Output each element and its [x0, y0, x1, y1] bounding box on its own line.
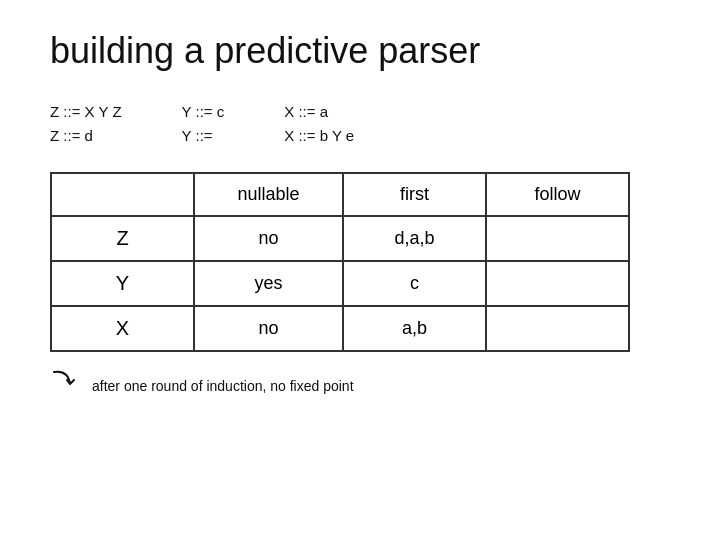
grammar-col-3: X ::= a X ::= b Y e — [284, 100, 354, 148]
nullable-X: no — [194, 306, 343, 351]
header-follow: follow — [486, 173, 629, 216]
follow-X — [486, 306, 629, 351]
nullable-Y: yes — [194, 261, 343, 306]
footnote-text: after one round of induction, no fixed p… — [92, 378, 354, 394]
grammar-col-1: Z ::= X Y Z Z ::= d — [50, 100, 122, 148]
header-nullable: nullable — [194, 173, 343, 216]
follow-Y — [486, 261, 629, 306]
parse-table-wrapper: nullable first follow Z no d,a,b Y yes c — [50, 172, 630, 352]
grammar-rule-3: Y ::= c — [182, 100, 225, 124]
symbol-Z: Z — [51, 216, 194, 261]
header-first: first — [343, 173, 486, 216]
page-title: building a predictive parser — [50, 30, 670, 72]
symbol-X: X — [51, 306, 194, 351]
grammar-rule-5: X ::= a — [284, 100, 354, 124]
table-row: Y yes c — [51, 261, 629, 306]
follow-Z — [486, 216, 629, 261]
grammar-rule-4: Y ::= — [182, 124, 225, 148]
grammar-rule-2: Z ::= d — [50, 124, 122, 148]
header-empty — [51, 173, 194, 216]
footnote-area: after one round of induction, no fixed p… — [50, 366, 670, 394]
grammar-col-2: Y ::= c Y ::= — [182, 100, 225, 148]
table-header-row: nullable first follow — [51, 173, 629, 216]
parse-table: nullable first follow Z no d,a,b Y yes c — [50, 172, 630, 352]
first-Z: d,a,b — [343, 216, 486, 261]
grammar-rule-1: Z ::= X Y Z — [50, 100, 122, 124]
first-Y: c — [343, 261, 486, 306]
nullable-Z: no — [194, 216, 343, 261]
grammar-rule-6: X ::= b Y e — [284, 124, 354, 148]
page: building a predictive parser Z ::= X Y Z… — [0, 0, 720, 540]
grammar-section: Z ::= X Y Z Z ::= d Y ::= c Y ::= X ::= … — [50, 100, 670, 148]
table-row: Z no d,a,b — [51, 216, 629, 261]
symbol-Y: Y — [51, 261, 194, 306]
table-row: X no a,b — [51, 306, 629, 351]
arrow-icon — [50, 366, 86, 394]
first-X: a,b — [343, 306, 486, 351]
